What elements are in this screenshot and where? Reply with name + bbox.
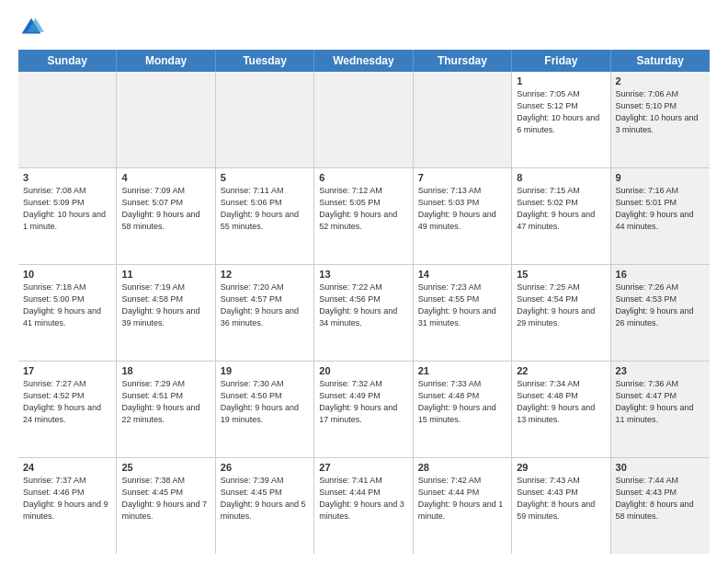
day-number: 1 — [517, 75, 605, 86]
empty-cell — [314, 72, 413, 167]
calendar-row: 17Sunrise: 7:27 AM Sunset: 4:52 PM Dayli… — [18, 362, 710, 458]
empty-cell — [414, 72, 512, 167]
day-number: 28 — [418, 462, 506, 473]
day-number: 12 — [221, 269, 309, 280]
day-info: Sunrise: 7:44 AM Sunset: 4:43 PM Dayligh… — [616, 475, 705, 523]
calendar: SundayMondayTuesdayWednesdayThursdayFrid… — [18, 50, 710, 554]
calendar-day-4: 4Sunrise: 7:09 AM Sunset: 5:07 PM Daylig… — [117, 168, 215, 264]
day-number: 8 — [517, 172, 605, 183]
empty-cell — [117, 72, 215, 167]
calendar-day-9: 9Sunrise: 7:16 AM Sunset: 5:01 PM Daylig… — [611, 168, 710, 264]
calendar-header: SundayMondayTuesdayWednesdayThursdayFrid… — [18, 50, 710, 72]
day-info: Sunrise: 7:25 AM Sunset: 4:54 PM Dayligh… — [517, 282, 605, 329]
day-info: Sunrise: 7:39 AM Sunset: 4:45 PM Dayligh… — [221, 475, 309, 523]
day-number: 9 — [616, 172, 705, 183]
day-number: 26 — [221, 462, 309, 473]
day-info: Sunrise: 7:05 AM Sunset: 5:12 PM Dayligh… — [517, 88, 605, 136]
day-info: Sunrise: 7:06 AM Sunset: 5:10 PM Dayligh… — [616, 88, 705, 136]
day-number: 23 — [616, 365, 705, 376]
day-number: 17 — [23, 365, 111, 376]
weekday-header: Thursday — [414, 50, 512, 72]
day-number: 20 — [319, 365, 407, 376]
day-number: 4 — [121, 172, 210, 183]
calendar-day-17: 17Sunrise: 7:27 AM Sunset: 4:52 PM Dayli… — [18, 362, 117, 457]
day-info: Sunrise: 7:38 AM Sunset: 4:45 PM Dayligh… — [121, 475, 210, 523]
day-info: Sunrise: 7:08 AM Sunset: 5:09 PM Dayligh… — [23, 185, 111, 233]
day-info: Sunrise: 7:27 AM Sunset: 4:52 PM Dayligh… — [23, 378, 111, 426]
day-info: Sunrise: 7:42 AM Sunset: 4:44 PM Dayligh… — [418, 475, 506, 523]
day-number: 27 — [319, 462, 407, 473]
calendar-day-6: 6Sunrise: 7:12 AM Sunset: 5:05 PM Daylig… — [314, 168, 413, 264]
day-info: Sunrise: 7:29 AM Sunset: 4:51 PM Dayligh… — [121, 378, 210, 426]
calendar-day-20: 20Sunrise: 7:32 AM Sunset: 4:49 PM Dayli… — [314, 362, 413, 457]
calendar-body: 1Sunrise: 7:05 AM Sunset: 5:12 PM Daylig… — [18, 72, 710, 554]
day-info: Sunrise: 7:33 AM Sunset: 4:48 PM Dayligh… — [418, 378, 506, 426]
calendar-day-30: 30Sunrise: 7:44 AM Sunset: 4:43 PM Dayli… — [611, 458, 710, 554]
day-info: Sunrise: 7:15 AM Sunset: 5:02 PM Dayligh… — [517, 185, 605, 233]
calendar-day-19: 19Sunrise: 7:30 AM Sunset: 4:50 PM Dayli… — [216, 362, 314, 457]
header — [18, 15, 710, 40]
day-info: Sunrise: 7:30 AM Sunset: 4:50 PM Dayligh… — [221, 378, 309, 426]
day-info: Sunrise: 7:32 AM Sunset: 4:49 PM Dayligh… — [319, 378, 407, 426]
empty-cell — [216, 72, 314, 167]
day-number: 24 — [23, 462, 111, 473]
calendar-day-29: 29Sunrise: 7:43 AM Sunset: 4:43 PM Dayli… — [512, 458, 610, 554]
day-info: Sunrise: 7:11 AM Sunset: 5:06 PM Dayligh… — [221, 185, 309, 233]
day-info: Sunrise: 7:20 AM Sunset: 4:57 PM Dayligh… — [221, 282, 309, 329]
day-info: Sunrise: 7:23 AM Sunset: 4:55 PM Dayligh… — [418, 282, 506, 329]
calendar-day-16: 16Sunrise: 7:26 AM Sunset: 4:53 PM Dayli… — [611, 265, 710, 361]
weekday-header: Monday — [117, 50, 215, 72]
calendar-row: 1Sunrise: 7:05 AM Sunset: 5:12 PM Daylig… — [18, 72, 710, 168]
calendar-day-27: 27Sunrise: 7:41 AM Sunset: 4:44 PM Dayli… — [314, 458, 413, 554]
day-info: Sunrise: 7:37 AM Sunset: 4:46 PM Dayligh… — [23, 475, 111, 523]
day-number: 16 — [616, 269, 705, 280]
calendar-day-21: 21Sunrise: 7:33 AM Sunset: 4:48 PM Dayli… — [414, 362, 512, 457]
calendar-day-18: 18Sunrise: 7:29 AM Sunset: 4:51 PM Dayli… — [117, 362, 215, 457]
logo — [18, 15, 48, 40]
calendar-day-10: 10Sunrise: 7:18 AM Sunset: 5:00 PM Dayli… — [18, 265, 117, 361]
day-number: 13 — [319, 269, 407, 280]
weekday-header: Sunday — [18, 50, 117, 72]
day-info: Sunrise: 7:12 AM Sunset: 5:05 PM Dayligh… — [319, 185, 407, 233]
day-info: Sunrise: 7:22 AM Sunset: 4:56 PM Dayligh… — [319, 282, 407, 329]
calendar-day-5: 5Sunrise: 7:11 AM Sunset: 5:06 PM Daylig… — [216, 168, 314, 264]
calendar-day-22: 22Sunrise: 7:34 AM Sunset: 4:48 PM Dayli… — [512, 362, 610, 457]
calendar-day-2: 2Sunrise: 7:06 AM Sunset: 5:10 PM Daylig… — [611, 72, 710, 167]
day-number: 3 — [23, 172, 111, 183]
weekday-header: Friday — [512, 50, 610, 72]
weekday-header: Saturday — [611, 50, 710, 72]
calendar-day-14: 14Sunrise: 7:23 AM Sunset: 4:55 PM Dayli… — [414, 265, 512, 361]
calendar-day-3: 3Sunrise: 7:08 AM Sunset: 5:09 PM Daylig… — [18, 168, 117, 264]
calendar-day-13: 13Sunrise: 7:22 AM Sunset: 4:56 PM Dayli… — [314, 265, 413, 361]
day-number: 15 — [517, 269, 605, 280]
calendar-day-26: 26Sunrise: 7:39 AM Sunset: 4:45 PM Dayli… — [216, 458, 314, 554]
calendar-day-23: 23Sunrise: 7:36 AM Sunset: 4:47 PM Dayli… — [611, 362, 710, 457]
day-info: Sunrise: 7:34 AM Sunset: 4:48 PM Dayligh… — [517, 378, 605, 426]
day-number: 30 — [616, 462, 705, 473]
calendar-day-24: 24Sunrise: 7:37 AM Sunset: 4:46 PM Dayli… — [18, 458, 117, 554]
day-info: Sunrise: 7:09 AM Sunset: 5:07 PM Dayligh… — [121, 185, 210, 233]
day-info: Sunrise: 7:26 AM Sunset: 4:53 PM Dayligh… — [616, 282, 705, 329]
day-number: 5 — [221, 172, 309, 183]
calendar-day-7: 7Sunrise: 7:13 AM Sunset: 5:03 PM Daylig… — [414, 168, 512, 264]
day-number: 19 — [221, 365, 309, 376]
day-info: Sunrise: 7:41 AM Sunset: 4:44 PM Dayligh… — [319, 475, 407, 523]
page: SundayMondayTuesdayWednesdayThursdayFrid… — [0, 0, 728, 563]
day-number: 21 — [418, 365, 506, 376]
calendar-day-8: 8Sunrise: 7:15 AM Sunset: 5:02 PM Daylig… — [512, 168, 610, 264]
weekday-header: Tuesday — [216, 50, 314, 72]
calendar-day-25: 25Sunrise: 7:38 AM Sunset: 4:45 PM Dayli… — [117, 458, 215, 554]
logo-icon — [18, 15, 44, 40]
day-number: 22 — [517, 365, 605, 376]
calendar-day-1: 1Sunrise: 7:05 AM Sunset: 5:12 PM Daylig… — [512, 72, 610, 167]
day-number: 29 — [517, 462, 605, 473]
calendar-row: 10Sunrise: 7:18 AM Sunset: 5:00 PM Dayli… — [18, 265, 710, 362]
day-number: 10 — [23, 269, 111, 280]
weekday-header: Wednesday — [314, 50, 413, 72]
day-number: 6 — [319, 172, 407, 183]
day-info: Sunrise: 7:13 AM Sunset: 5:03 PM Dayligh… — [418, 185, 506, 233]
day-number: 18 — [121, 365, 210, 376]
calendar-row: 24Sunrise: 7:37 AM Sunset: 4:46 PM Dayli… — [18, 458, 710, 554]
empty-cell — [18, 72, 117, 167]
calendar-day-15: 15Sunrise: 7:25 AM Sunset: 4:54 PM Dayli… — [512, 265, 610, 361]
